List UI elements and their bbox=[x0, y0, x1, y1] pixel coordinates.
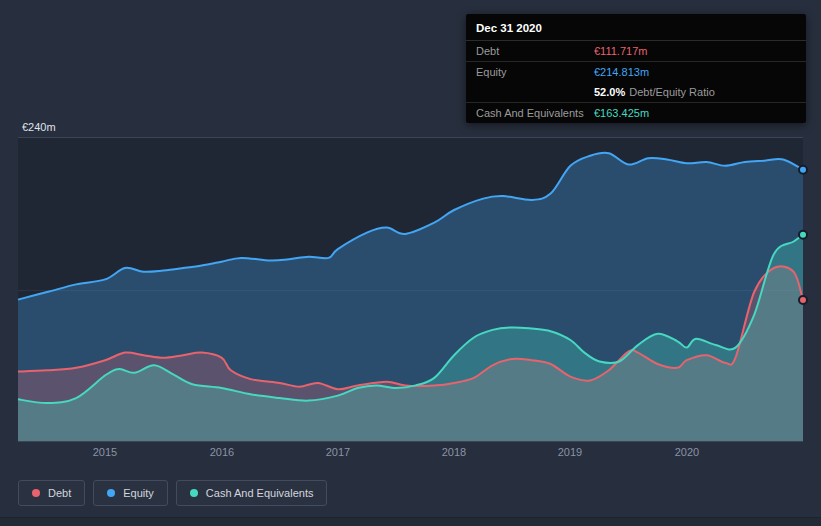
tooltip-ratio-row: 52.0%Debt/Equity Ratio bbox=[466, 82, 806, 103]
tooltip-equity-label: Equity bbox=[476, 66, 594, 78]
tooltip-equity-value: €214.813m bbox=[594, 66, 649, 78]
tooltip-equity-row: Equity €214.813m bbox=[466, 62, 806, 82]
chart-legend: Debt Equity Cash And Equivalents bbox=[18, 480, 327, 506]
x-tick-label: 2016 bbox=[202, 446, 242, 458]
legend-item-equity[interactable]: Equity bbox=[93, 480, 168, 506]
tooltip-date: Dec 31 2020 bbox=[466, 14, 806, 41]
tooltip-cash-row: Cash And Equivalents €163.425m bbox=[466, 103, 806, 123]
legend-debt-label: Debt bbox=[48, 487, 71, 499]
tooltip-cash-label: Cash And Equivalents bbox=[476, 107, 594, 119]
debt-dot-icon bbox=[32, 489, 40, 497]
footer-divider bbox=[0, 517, 821, 526]
x-tick-label: 2020 bbox=[667, 446, 707, 458]
equity-dot-icon bbox=[107, 489, 115, 497]
legend-item-cash[interactable]: Cash And Equivalents bbox=[176, 480, 328, 506]
tooltip-debt-value: €111.717m bbox=[594, 45, 647, 57]
chart-canvas[interactable] bbox=[18, 138, 803, 441]
legend-cash-label: Cash And Equivalents bbox=[206, 487, 314, 499]
y-axis-max-label: €240m bbox=[22, 121, 56, 133]
x-tick-label: 2015 bbox=[85, 446, 125, 458]
x-tick-label: 2019 bbox=[550, 446, 590, 458]
tooltip-cash-value: €163.425m bbox=[594, 107, 649, 119]
chart-plot[interactable] bbox=[18, 137, 803, 442]
legend-equity-label: Equity bbox=[123, 487, 154, 499]
legend-item-debt[interactable]: Debt bbox=[18, 480, 85, 506]
cash-dot-icon bbox=[190, 489, 198, 497]
chart-tooltip: Dec 31 2020 Debt €111.717m Equity €214.8… bbox=[466, 14, 806, 123]
tooltip-debt-row: Debt €111.717m bbox=[466, 41, 806, 62]
x-tick-label: 2018 bbox=[434, 446, 474, 458]
tooltip-ratio-label: Debt/Equity Ratio bbox=[629, 86, 715, 98]
tooltip-ratio-value: 52.0% bbox=[594, 86, 625, 98]
x-tick-label: 2017 bbox=[318, 446, 358, 458]
tooltip-debt-label: Debt bbox=[476, 45, 594, 57]
